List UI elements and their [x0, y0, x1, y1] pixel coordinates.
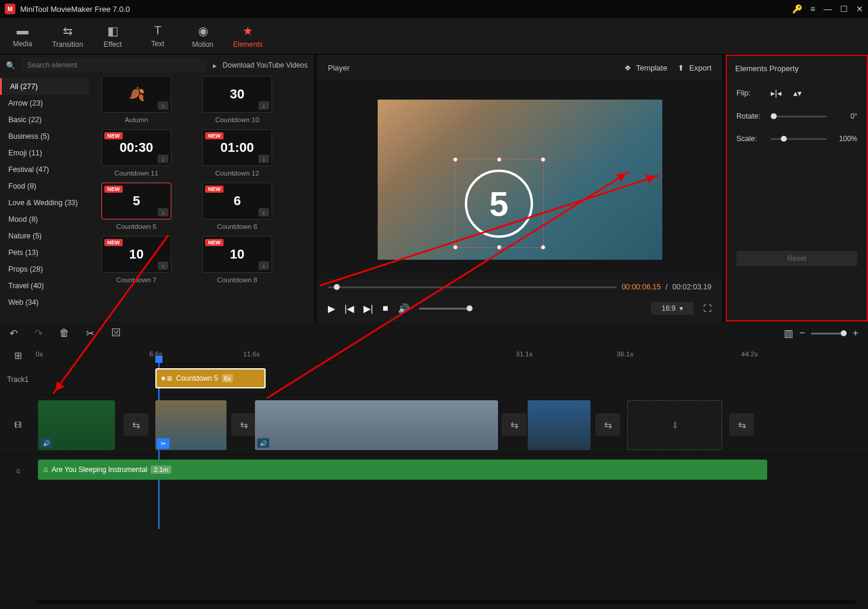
category-item[interactable]: Food (8): [0, 178, 89, 195]
export-button[interactable]: ⬆Export: [678, 63, 711, 72]
resize-handle[interactable]: [453, 245, 458, 250]
element-thumbnail[interactable]: 5NEW↓: [101, 183, 171, 219]
flip-vertical-button[interactable]: ▴▾: [793, 88, 802, 98]
element-item[interactable]: 01:00NEW↓Countdown 12: [196, 129, 279, 177]
element-item[interactable]: 🍂↓Autumn: [95, 76, 178, 123]
download-icon[interactable]: ↓: [259, 208, 269, 216]
transition-slot[interactable]: ⇆: [729, 413, 754, 436]
next-button[interactable]: ▶|: [363, 303, 373, 314]
scale-slider[interactable]: [771, 138, 826, 140]
download-icon[interactable]: ↓: [158, 155, 168, 163]
category-item[interactable]: Web (34): [0, 294, 89, 311]
element-item[interactable]: 5NEW↓Countdown 5: [95, 183, 178, 230]
download-icon[interactable]: ↓: [259, 101, 269, 110]
audio-clip[interactable]: ♫ Are You Sleeping Instrumental 2.1m: [38, 460, 767, 480]
redo-button[interactable]: ↷: [34, 327, 43, 340]
tab-elements[interactable]: ★Elements: [225, 18, 270, 54]
transition-slot[interactable]: ⇆: [595, 413, 620, 436]
flip-horizontal-button[interactable]: ▸|◂: [771, 88, 781, 98]
template-button[interactable]: ❖Template: [624, 63, 668, 72]
element-item[interactable]: 00:30NEW↓Countdown 11: [95, 129, 178, 177]
download-icon[interactable]: ↓: [259, 155, 269, 163]
category-item[interactable]: Festival (47): [0, 161, 89, 178]
element-item[interactable]: 6NEW↓Countdown 6: [196, 183, 279, 230]
maximize-button[interactable]: ☐: [840, 4, 848, 14]
category-item[interactable]: Travel (40): [0, 278, 89, 294]
play-button[interactable]: ▶: [328, 303, 335, 314]
preview-area[interactable]: 5: [317, 81, 722, 279]
fit-button[interactable]: ▥: [784, 327, 793, 340]
element-thumbnail[interactable]: 🍂↓: [101, 76, 171, 113]
category-item[interactable]: Nature (5): [0, 228, 89, 244]
key-icon[interactable]: 🔑: [792, 4, 802, 14]
category-item[interactable]: Business (5): [0, 128, 89, 145]
category-item[interactable]: Mood (8): [0, 211, 89, 228]
seek-bar[interactable]: [328, 286, 617, 288]
zoom-in-button[interactable]: +: [853, 327, 859, 339]
category-item[interactable]: Props (28): [0, 261, 89, 278]
rotate-slider[interactable]: [771, 116, 826, 117]
tab-transition[interactable]: ⇆Transition: [45, 18, 90, 54]
delete-button[interactable]: 🗑: [59, 327, 69, 339]
element-thumbnail[interactable]: 01:00NEW↓: [202, 129, 272, 166]
download-icon[interactable]: ↓: [259, 262, 269, 270]
category-item[interactable]: Pets (13): [0, 244, 89, 261]
category-item[interactable]: All (277): [0, 78, 89, 95]
category-item[interactable]: Arrow (23): [0, 95, 89, 111]
video-clip[interactable]: 🔊: [255, 400, 498, 450]
player-title: Player: [328, 63, 614, 72]
download-icon[interactable]: ↓: [158, 262, 168, 270]
zoom-out-button[interactable]: −: [799, 327, 805, 339]
video-clip[interactable]: [528, 400, 591, 450]
timeline-ruler[interactable]: ⊞ 0s 6.6s 11.6s 31.1s 36.1s 44.2s: [0, 345, 868, 363]
prev-button[interactable]: |◀: [344, 303, 354, 314]
download-icon[interactable]: ↓: [158, 101, 168, 110]
video-clip[interactable]: ✂: [155, 400, 226, 450]
element-item[interactable]: 30↓Countdown 10: [196, 76, 279, 123]
tab-text[interactable]: TText: [135, 18, 180, 54]
resize-handle[interactable]: [541, 245, 545, 250]
undo-button[interactable]: ↶: [9, 327, 18, 340]
fullscreen-button[interactable]: ⛶: [703, 304, 711, 313]
transition-slot[interactable]: ⇆: [123, 413, 148, 436]
aspect-dropdown[interactable]: 16:9 ▾: [651, 302, 694, 315]
close-button[interactable]: ✕: [856, 4, 863, 14]
category-item[interactable]: Basic (22): [0, 111, 89, 128]
stop-button[interactable]: ■: [382, 303, 388, 314]
tab-effect[interactable]: ◧Effect: [90, 18, 135, 54]
search-input[interactable]: [21, 58, 207, 73]
crop-button[interactable]: ⮽: [111, 327, 121, 339]
minimize-button[interactable]: —: [824, 4, 832, 14]
download-youtube-link[interactable]: Download YouTube Videos: [223, 61, 308, 69]
transition-slot[interactable]: ⇆: [231, 413, 256, 436]
element-thumbnail[interactable]: 30↓: [202, 76, 272, 113]
resize-handle[interactable]: [497, 157, 502, 162]
resize-handle[interactable]: [497, 245, 502, 250]
reset-button[interactable]: Reset: [736, 251, 857, 266]
element-thumbnail[interactable]: 10NEW↓: [202, 236, 272, 273]
seek-knob[interactable]: [334, 284, 340, 290]
element-thumbnail[interactable]: 6NEW↓: [202, 183, 272, 219]
youtube-icon[interactable]: ▸: [213, 61, 217, 70]
resize-handle[interactable]: [453, 157, 458, 162]
new-badge: NEW: [104, 132, 123, 139]
horizontal-scrollbar[interactable]: [36, 600, 856, 604]
element-thumbnail[interactable]: 00:30NEW↓: [101, 129, 171, 166]
add-track-button[interactable]: ⊞: [14, 350, 22, 361]
zoom-slider[interactable]: [811, 333, 847, 334]
tab-motion[interactable]: ◉Motion: [180, 18, 225, 54]
element-item[interactable]: 10NEW↓Countdown 8: [196, 236, 279, 283]
playhead[interactable]: [155, 356, 162, 363]
volume-slider[interactable]: [419, 308, 473, 310]
category-item[interactable]: Love & Wedding (33): [0, 195, 89, 211]
transition-slot[interactable]: ⇆: [502, 413, 526, 436]
drop-zone[interactable]: ⬇: [627, 400, 722, 450]
element-clip[interactable]: ★≣ Countdown 5 6s: [155, 368, 266, 388]
download-icon[interactable]: ↓: [158, 208, 168, 216]
resize-handle[interactable]: [541, 157, 545, 162]
video-clip[interactable]: 🔊: [38, 400, 115, 450]
category-item[interactable]: Emoji (11): [0, 145, 89, 161]
menu-icon[interactable]: ≡: [810, 4, 815, 14]
element-thumbnail[interactable]: 10NEW↓: [101, 236, 171, 273]
tab-media[interactable]: ▬Media: [0, 18, 45, 54]
